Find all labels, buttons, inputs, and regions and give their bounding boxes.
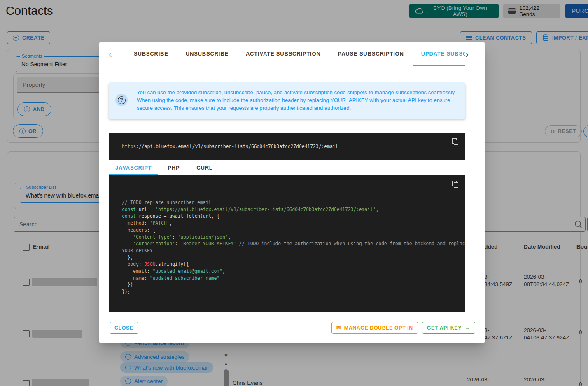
code-line: 'Authorization': 'Bearer YOUR_APIKEY' //… (122, 240, 461, 247)
modal-tabs: SUBSCRIBEUNSUBSCRIBEACTIVATE SUBSCRIPTIO… (125, 42, 465, 66)
code-line: }) (122, 281, 461, 288)
get-api-key-button[interactable]: GET API KEY → (422, 322, 475, 334)
modal-tab-activate-subscription[interactable]: ACTIVATE SUBSCRIPTION (237, 42, 329, 66)
chevron-left-icon[interactable]: ‹ (109, 42, 112, 66)
close-label: CLOSE (114, 325, 133, 331)
code-line: body: JSON.stringify({ (122, 261, 461, 268)
get-api-key-label: GET API KEY (427, 325, 462, 331)
app-root: Contacts BYO (Bring Your Own AWS) 102,42… (0, 0, 588, 386)
code-tab-php[interactable]: PHP (158, 161, 189, 175)
code-line: YOUR_APIKEY (122, 247, 461, 254)
modal-tabs-bar: ‹ SUBSCRIBEUNSUBSCRIBEACTIVATE SUBSCRIPT… (99, 42, 485, 66)
chevron-right-icon[interactable]: › (465, 42, 469, 66)
copy-icon[interactable] (452, 138, 459, 145)
code-line: }, (122, 254, 461, 261)
code-line: }); (122, 288, 461, 295)
endpoint-url: https://api.bluefox.email/v1/subscriber-… (122, 133, 338, 160)
code-language-tabs: JAVASCRIPTPHPCURL (109, 161, 220, 175)
info-alert: ? You can use the provided subscribe, un… (109, 82, 465, 119)
endpoint-url-rest: ://api.bluefox.email/v1/subscriber-lists… (136, 144, 338, 149)
endpoint-url-scheme: https (122, 144, 136, 149)
code-line: // TODO replace subscriber email (122, 199, 461, 206)
close-button[interactable]: CLOSE (110, 322, 138, 334)
code-line: headers: { (122, 227, 461, 234)
arrow-right-icon: → (465, 325, 470, 331)
endpoint-url-bar: https://api.bluefox.email/v1/subscriber-… (109, 133, 465, 160)
code-tab-curl[interactable]: CURL (189, 161, 220, 175)
modal-tab-unsubscribe[interactable]: UNSUBSCRIBE (177, 42, 237, 66)
code-line: method: 'PATCH', (122, 220, 461, 227)
code-block: // TODO replace subscriber emailconst ur… (109, 175, 465, 312)
modal-actions: CLOSE ✉ MANAGE DOUBLE OPT-IN GET API KEY… (99, 322, 485, 334)
code-content: // TODO replace subscriber emailconst ur… (122, 199, 461, 295)
code-line: const url = 'https://api.bluefox.email/v… (122, 206, 461, 213)
help-circle-icon: ? (115, 94, 128, 106)
manage-double-optin-button[interactable]: ✉ MANAGE DOUBLE OPT-IN (331, 322, 418, 334)
modal-tab-subscribe[interactable]: SUBSCRIBE (125, 42, 177, 66)
copy-icon[interactable] (452, 181, 459, 188)
code-line: 'Content-Type': 'application/json', (122, 234, 461, 241)
code-line: email: "updated_email@gmail.com", (122, 268, 461, 275)
code-line: name: "updated subscriber name" (122, 275, 461, 282)
manage-double-optin-label: MANAGE DOUBLE OPT-IN (344, 325, 413, 331)
code-tab-javascript[interactable]: JAVASCRIPT (109, 161, 158, 175)
modal-tab-pause-subscription[interactable]: PAUSE SUBSCRIPTION (329, 42, 413, 66)
modal-tab-update-subscriber[interactable]: UPDATE SUBSCRIBER (413, 42, 465, 66)
info-alert-text: You can use the provided subscribe, unsu… (137, 88, 462, 112)
envelope-icon: ✉ (336, 325, 341, 331)
code-line: const response = await fetch(url, { (122, 213, 461, 220)
api-snippets-modal: ‹ SUBSCRIBEUNSUBSCRIBEACTIVATE SUBSCRIPT… (99, 42, 485, 343)
